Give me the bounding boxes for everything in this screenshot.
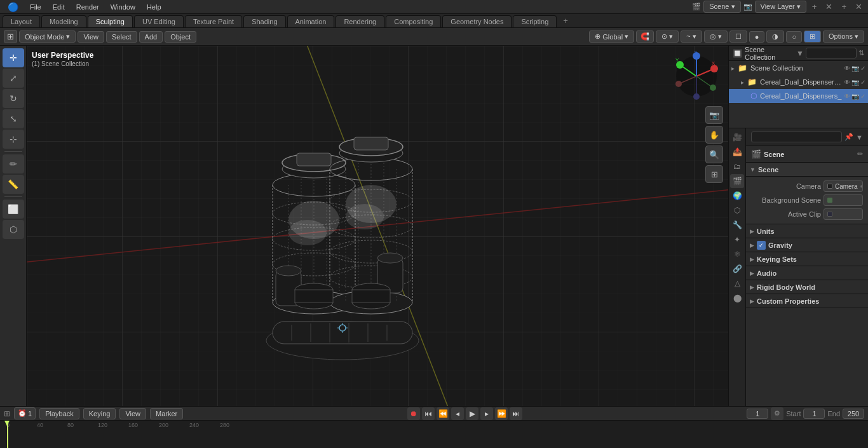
prop-icon-view-layer[interactable]: 🗂	[730, 160, 744, 173]
tab-sculpting[interactable]: Sculpting	[88, 15, 133, 27]
timeline-mode-btn[interactable]: ⏰ 1	[14, 407, 36, 419]
visibility-icon[interactable]: 👁	[844, 93, 850, 100]
prop-icon-material[interactable]: ⬤	[730, 291, 744, 305]
viewport-shading-wireframe[interactable]: ⊞	[804, 31, 821, 43]
transform-orientation[interactable]: ⊕ Global ▾	[589, 31, 634, 43]
tab-shading[interactable]: Shading	[243, 15, 285, 27]
visibility-icon[interactable]: 👁	[844, 65, 850, 72]
camera-icon[interactable]: 📷	[851, 65, 859, 72]
end-frame-input[interactable]: 250	[843, 409, 864, 419]
jump-end-btn[interactable]: ⏭	[510, 407, 522, 420]
scene-add-btn[interactable]: +	[809, 1, 820, 13]
check-icon[interactable]: ✓	[860, 65, 865, 72]
active-clip-value-btn[interactable]	[824, 208, 863, 220]
tool-measure[interactable]: 📏	[3, 175, 24, 194]
tool-add-cube[interactable]: ⬜	[3, 200, 24, 219]
menu-render[interactable]: Render	[71, 2, 104, 12]
outliner-row-scene-collection[interactable]: ▸ 📁 Scene Collection 👁 📷 ✓	[729, 61, 868, 75]
tool-move[interactable]: ⤢	[3, 69, 24, 88]
keying-sets-toggle[interactable]: ▶ Keying Sets	[746, 252, 868, 266]
scene-edit-btn[interactable]: ✏	[857, 150, 863, 158]
current-frame-input[interactable]: 1	[747, 409, 768, 419]
view-btn[interactable]: View	[119, 408, 146, 419]
view-layer-add-btn[interactable]: +	[838, 1, 850, 13]
properties-search-input[interactable]	[751, 132, 842, 142]
frame-settings-btn[interactable]: ⚙	[771, 407, 783, 420]
show-gizmo[interactable]: ~ ▾	[681, 31, 702, 43]
menu-file[interactable]: File	[25, 2, 46, 12]
tool-annotate[interactable]: ✏	[3, 154, 24, 173]
scene-section-toggle[interactable]: ▼ Scene	[746, 163, 868, 177]
outliner-row-cereal-empty[interactable]: ▸ 📁 Cereal_Dual_Dispensers_Emp 👁 📷 ✓	[729, 75, 868, 89]
keying-btn[interactable]: Keying	[83, 408, 116, 419]
units-toggle[interactable]: ▶ Units	[746, 224, 868, 238]
check-icon[interactable]: ✓	[860, 93, 865, 100]
check-icon[interactable]: ✓	[860, 79, 865, 86]
toggle-quad-btn[interactable]: ⊞	[705, 165, 723, 183]
add-menu[interactable]: Add	[139, 31, 163, 43]
prop-icon-object[interactable]: ⬡	[730, 203, 744, 217]
marker-btn[interactable]: Marker	[150, 408, 183, 419]
outliner-search-input[interactable]	[806, 48, 857, 58]
viewport-shading-material[interactable]: ◑	[766, 31, 784, 43]
custom-props-toggle[interactable]: ▶ Custom Properties	[746, 294, 868, 308]
prev-frame-btn[interactable]: ⏪	[437, 407, 449, 420]
tab-modeling[interactable]: Modeling	[41, 15, 86, 27]
properties-filter-btn[interactable]: ▼	[856, 133, 863, 141]
tool-add-object[interactable]: ⬡	[3, 220, 24, 239]
gravity-checkbox[interactable]: ✓	[757, 241, 766, 250]
editor-type-menu[interactable]: ⊞	[4, 30, 17, 43]
play-btn[interactable]: ▶	[466, 407, 478, 420]
camera-view-btn[interactable]: 📷	[705, 106, 723, 124]
tab-rendering[interactable]: Rendering	[336, 15, 384, 27]
camera-value-btn[interactable]: Camera ✏	[824, 180, 863, 192]
prop-icon-data[interactable]: △	[730, 276, 744, 290]
start-frame-input[interactable]: 1	[803, 409, 825, 419]
tool-transform[interactable]: ⊹	[3, 130, 24, 149]
select-menu[interactable]: Select	[106, 31, 137, 43]
prop-icon-modifier[interactable]: 🔧	[730, 218, 744, 232]
viewport-shading-rendered[interactable]: ○	[786, 31, 802, 43]
camera-edit-icon[interactable]: ✏	[860, 183, 863, 190]
tab-uv-editing[interactable]: UV Editing	[134, 15, 184, 27]
hand-tool-btn[interactable]: ✋	[705, 126, 723, 144]
prop-icon-physics[interactable]: ⚛	[730, 247, 744, 261]
tab-layout[interactable]: Layout	[3, 15, 40, 27]
prop-icon-output[interactable]: 📤	[730, 145, 744, 159]
jump-start-btn[interactable]: ⏮	[422, 407, 435, 420]
bg-scene-value-btn[interactable]	[824, 194, 863, 206]
menu-edit[interactable]: Edit	[48, 2, 70, 12]
tab-geometry-nodes[interactable]: Geometry Nodes	[442, 15, 512, 27]
view-layer-selector[interactable]: View Layer ▾	[755, 1, 806, 13]
prop-icon-particles[interactable]: ✦	[730, 233, 744, 247]
viewport-gizmo[interactable]: X Y Z	[671, 51, 722, 102]
zoom-btn[interactable]: 🔍	[705, 146, 723, 163]
next-frame-btn[interactable]: ⏩	[495, 407, 508, 420]
view-layer-del-btn[interactable]: ✕	[852, 1, 865, 13]
rigid-body-world-toggle[interactable]: ▶ Rigid Body World	[746, 280, 868, 294]
mode-selector[interactable]: Object Mode ▾	[19, 31, 76, 43]
options-menu[interactable]: Options ▾	[823, 31, 864, 43]
timeline-editor-type[interactable]: ⊞	[4, 409, 10, 418]
scene-selector[interactable]: Scene ▾	[703, 1, 740, 13]
gravity-toggle[interactable]: ▶ ✓ Gravity	[746, 238, 868, 252]
camera-icon[interactable]: 📷	[851, 93, 859, 100]
proportional-edit[interactable]: ⊙ ▾	[656, 31, 679, 43]
tab-compositing[interactable]: Compositing	[386, 15, 441, 27]
outliner-sort-btn[interactable]: ⇅	[858, 49, 864, 57]
view-menu[interactable]: View	[78, 31, 104, 43]
scene-del-btn[interactable]: ✕	[822, 1, 836, 13]
tool-rotate[interactable]: ↻	[3, 89, 24, 108]
snap-toggle[interactable]: 🧲	[636, 31, 654, 43]
tool-cursor[interactable]: ✛	[3, 48, 24, 67]
prop-icon-constraints[interactable]: 🔗	[730, 262, 744, 276]
prev-keyframe-btn[interactable]: ◂	[451, 407, 464, 420]
camera-icon[interactable]: 📷	[851, 79, 859, 86]
menu-window[interactable]: Window	[105, 2, 140, 12]
object-menu[interactable]: Object	[165, 31, 196, 43]
outliner-row-cereal-mesh[interactable]: ⬡ Cereal_Dual_Dispensers_ 👁 📷 ✓	[729, 89, 868, 103]
overlay-toggle[interactable]: ◎ ▾	[704, 31, 728, 43]
xray-toggle[interactable]: ☐	[729, 31, 747, 43]
viewport[interactable]: User Perspective (1) Scene Collection	[27, 46, 728, 406]
menu-help[interactable]: Help	[142, 2, 166, 12]
